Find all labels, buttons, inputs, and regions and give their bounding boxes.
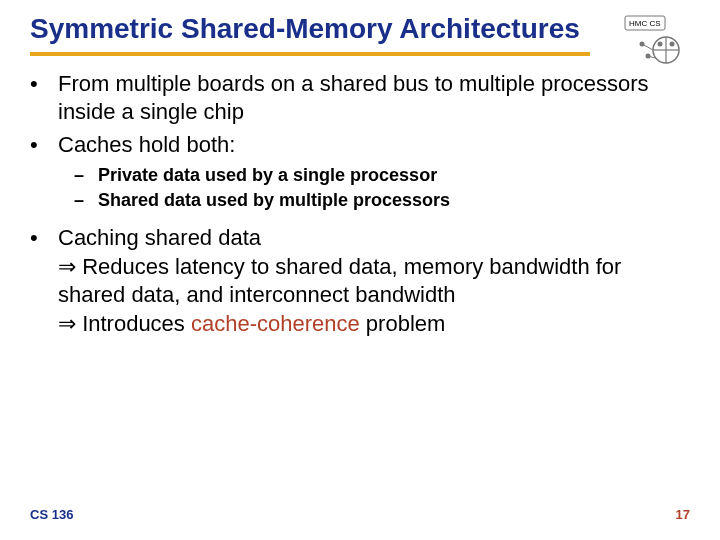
svg-line-9: [642, 44, 653, 50]
bullet-text: From multiple boards on a shared bus to …: [58, 70, 690, 127]
svg-point-6: [670, 42, 675, 47]
highlight-term: cache-coherence: [191, 311, 360, 336]
dash-marker: –: [74, 188, 98, 212]
bullet-text: Caching shared data ⇒ Reduces latency to…: [58, 224, 690, 338]
arrow-icon: ⇒: [58, 254, 76, 279]
sub-bullet-text: Private data used by a single processor: [98, 163, 690, 187]
bullet-marker: •: [30, 131, 58, 160]
sub-text: Introduces: [82, 311, 191, 336]
sub-bullet-item: – Private data used by a single processo…: [30, 163, 690, 187]
page-number: 17: [676, 507, 690, 522]
bullet-item: • Caching shared data ⇒ Reduces latency …: [30, 224, 690, 338]
bullet-marker: •: [30, 224, 58, 338]
bullet-item: • From multiple boards on a shared bus t…: [30, 70, 690, 127]
slide-body: • From multiple boards on a shared bus t…: [0, 56, 720, 339]
bullet-heading: Caching shared data: [58, 225, 261, 250]
sub-text: problem: [360, 311, 446, 336]
bullet-marker: •: [30, 70, 58, 127]
hmc-cs-logo: HMC CS: [620, 14, 692, 68]
course-code: CS 136: [30, 507, 73, 522]
sub-text: Reduces latency to shared data, memory b…: [58, 254, 621, 308]
svg-point-5: [658, 42, 663, 47]
bullet-item: • Caches hold both:: [30, 131, 690, 160]
sub-bullet-text: Shared data used by multiple processors: [98, 188, 690, 212]
bullet-text: Caches hold both:: [58, 131, 690, 160]
arrow-icon: ⇒: [58, 311, 76, 336]
slide-title: Symmetric Shared-Memory Architectures: [30, 12, 690, 46]
dash-marker: –: [74, 163, 98, 187]
sub-bullet-item: – Shared data used by multiple processor…: [30, 188, 690, 212]
svg-text:HMC CS: HMC CS: [629, 19, 661, 28]
